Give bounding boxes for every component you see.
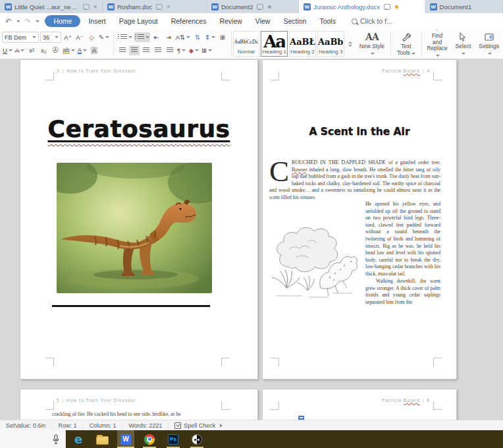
page-3[interactable]: 3|How to Train Your Dinosaur Ceratosauru… <box>20 59 258 379</box>
menu-section[interactable]: Section <box>277 16 313 26</box>
menu-page-layout[interactable]: Page Layout <box>113 16 165 26</box>
borders-button[interactable]: ⊞ <box>201 45 213 55</box>
microphone-icon <box>51 434 61 445</box>
taskbar-edge-icon[interactable]: e <box>70 430 87 448</box>
sketch-illustration[interactable] <box>269 204 360 301</box>
style-gallery-scroll[interactable] <box>346 42 354 47</box>
paragraph-settings-button[interactable]: ¶ <box>176 45 187 55</box>
page-4[interactable]: Patricia Bujard|4 A Scent in the Air CRO… <box>262 59 457 379</box>
style-heading3[interactable]: AaBb Heading 3 <box>317 31 344 57</box>
settings-button[interactable]: Settings <box>475 29 503 59</box>
body-text-line[interactable]: crackling of fire. He cocked his head to… <box>52 411 205 418</box>
wps-doc-icon: W <box>211 3 219 11</box>
status-word-count[interactable]: Words: 2221 <box>122 422 169 430</box>
redo-button[interactable]: ↷ <box>24 17 30 26</box>
find-search-box[interactable]: Click to f... <box>352 17 392 25</box>
taskbar-file-explorer-icon[interactable] <box>93 430 111 448</box>
character-shading-button[interactable]: A <box>89 45 99 55</box>
superscript-button[interactable]: x² <box>26 45 37 55</box>
font-name-combo[interactable]: FB Dem <box>2 32 39 43</box>
new-style-icon: AA <box>365 32 379 42</box>
taskbar-yinyang-app-icon[interactable] <box>188 430 205 448</box>
spell-check-button[interactable]: Spell Check <box>169 422 228 429</box>
bullets-button[interactable] <box>117 32 133 42</box>
taskbar-search-box[interactable] <box>0 430 66 448</box>
style-heading2[interactable]: AaBŁ Heading 2 <box>289 31 316 57</box>
undo-caret-icon[interactable] <box>16 20 20 22</box>
crop-mark <box>433 358 442 366</box>
tab-little-quiet[interactable]: W Little Quiet ...aur_new words ✕ <box>0 0 103 13</box>
page-6[interactable]: Patricia Bujard|6 <box>262 389 457 420</box>
menu-references[interactable]: References <box>165 16 213 26</box>
close-icon[interactable]: ✕ <box>93 4 97 10</box>
taskbar-wps-writer-icon[interactable]: W <box>117 430 134 448</box>
taskbar-chrome-icon[interactable] <box>141 430 158 448</box>
crop-mark <box>221 401 230 410</box>
tab-document1[interactable]: W Document1 <box>425 0 503 13</box>
font-color-button[interactable]: A <box>77 45 88 55</box>
enclose-characters-button[interactable]: Ⓐ <box>50 45 61 55</box>
text-direction-button[interactable]: A⇅ <box>175 32 191 42</box>
menu-insert[interactable]: Insert <box>82 16 112 26</box>
scroll-down-icon[interactable] <box>348 45 352 47</box>
spell-check-icon <box>174 422 181 429</box>
undo-button[interactable]: ↶ <box>5 17 11 26</box>
sort-button[interactable]: ⇅ <box>192 32 203 42</box>
format-painter-button[interactable]: ✎ <box>98 32 110 42</box>
running-header: Patricia Bujard|4 <box>382 69 430 73</box>
distribute-button[interactable] <box>165 45 175 55</box>
settings-panel-icon <box>484 32 494 42</box>
body-text-column[interactable]: CROUCHED IN THE DAPPLED SHADE of a gnarl… <box>269 159 440 306</box>
scroll-up-icon[interactable] <box>348 42 352 43</box>
align-center-button[interactable] <box>129 45 140 55</box>
increase-indent-button[interactable]: ⇥ <box>163 32 174 42</box>
font-size-combo[interactable]: 36 <box>40 32 61 43</box>
menu-review[interactable]: Review <box>213 16 248 26</box>
document-canvas[interactable]: 3|How to Train Your Dinosaur Ceratosauru… <box>0 59 503 420</box>
chapter-title-heading[interactable]: A Scent in the Air <box>263 126 456 138</box>
menu-view[interactable]: View <box>249 16 277 26</box>
numbering-button[interactable] <box>134 32 150 42</box>
page-5[interactable]: 5|How to Train Your Dinosaur crackling o… <box>20 389 258 420</box>
wps-writer-window: W Little Quiet ...aur_new words ✕ W Rosh… <box>0 0 503 448</box>
close-icon[interactable]: ✕ <box>166 4 171 10</box>
align-right-button[interactable] <box>141 45 151 55</box>
tab-document2[interactable]: W Document2 <box>207 0 299 13</box>
paragraph-1[interactable]: CROUCHED IN THE DAPPLED SHADE of a gnarl… <box>269 159 440 201</box>
justify-button[interactable] <box>153 45 163 55</box>
group-separator <box>421 32 422 56</box>
taskbar-apps: e W Ps <box>70 430 205 448</box>
new-style-button[interactable]: AA New Style <box>355 32 390 57</box>
divider-rule <box>52 305 210 307</box>
decrease-indent-button[interactable]: ⇤ <box>151 32 162 42</box>
style-heading1[interactable]: Aa Heading 1 <box>261 31 288 57</box>
crop-mark <box>45 358 54 366</box>
shrink-font-button[interactable]: A⁻ <box>74 32 85 42</box>
tab-jurassic-anthology[interactable]: W Jurassic Anthology.docx <box>299 0 425 13</box>
ceratosaurus-illustration[interactable] <box>57 163 212 293</box>
subscript-button[interactable]: x₂ <box>38 45 49 55</box>
clear-formatting-button[interactable]: ◇ <box>86 32 97 42</box>
style-gallery: AaBbCcDc Normal Aa Heading 1 AaBŁ Headin… <box>233 29 390 59</box>
grow-font-button[interactable]: A⁺ <box>63 32 73 42</box>
chapter-title-heading[interactable]: Ceratosaurus <box>20 115 257 142</box>
style-normal[interactable]: AaBbCcDc Normal <box>233 31 260 57</box>
tab-rosham[interactable]: W Rosham.doc ✕ <box>103 0 207 13</box>
align-left-button[interactable] <box>117 45 128 55</box>
underline-button[interactable]: U <box>2 45 13 55</box>
group-separator <box>231 32 232 56</box>
customize-toolbar-icon[interactable] <box>36 20 40 22</box>
shading-button[interactable]: ◆ <box>188 45 199 55</box>
crop-mark <box>271 401 279 410</box>
insert-table-button[interactable]: ⊞ <box>217 32 228 42</box>
line-spacing-button[interactable]: ⇕ <box>204 32 216 42</box>
group-separator <box>113 32 114 56</box>
menu-home[interactable]: Home <box>45 15 80 27</box>
select-button[interactable]: Select <box>452 29 475 59</box>
strikethrough-button[interactable]: A <box>14 45 25 55</box>
find-replace-button[interactable]: Find andReplace <box>423 29 451 59</box>
menu-tools[interactable]: Tools <box>313 16 342 26</box>
text-tools-button[interactable]: Text Tools <box>392 29 420 59</box>
taskbar-photoshop-icon[interactable]: Ps <box>165 430 182 448</box>
highlight-button[interactable]: ab <box>62 45 76 55</box>
